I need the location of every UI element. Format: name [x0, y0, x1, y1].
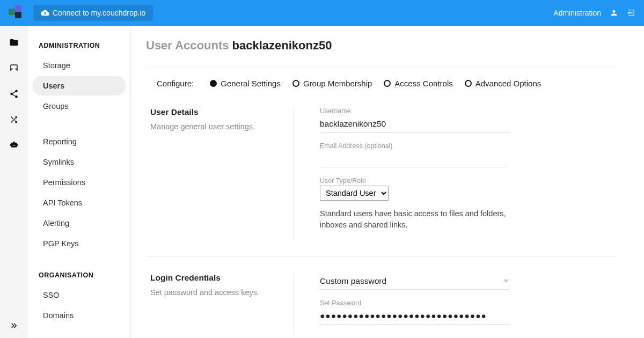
robot-icon[interactable] — [9, 141, 19, 150]
tab-group-membership[interactable]: Group Membership — [292, 79, 372, 88]
app-logo — [9, 5, 24, 20]
configure-label: Configure: — [157, 79, 194, 88]
inbox-icon[interactable] — [9, 63, 19, 73]
radio-empty-icon — [465, 80, 472, 87]
main-content: User Accounts backlazenikonz50 Configure… — [131, 26, 644, 338]
sidebar-item-groups[interactable]: Groups — [32, 97, 126, 116]
sidebar-item-alerting[interactable]: Alerting — [32, 214, 126, 233]
sidebar-item-users[interactable]: Users — [32, 76, 126, 95]
set-password-label: Set Password — [320, 299, 509, 307]
sidebar-item-reporting[interactable]: Reporting — [32, 132, 126, 151]
username-input[interactable] — [320, 116, 509, 133]
role-help-text: Standard users have basic access to file… — [320, 208, 509, 231]
role-label: User Type/Role — [320, 177, 509, 185]
tab-label: Advanced Options — [475, 79, 541, 88]
expand-icon[interactable] — [9, 321, 19, 330]
divider — [146, 256, 616, 257]
page-title-prefix: User Accounts — [146, 39, 232, 52]
email-input[interactable] — [320, 151, 509, 167]
page-title-username: backlazenikonz50 — [232, 39, 332, 52]
section-title: User Details — [150, 107, 283, 117]
topbar-right: Administration — [553, 9, 635, 17]
sidebar-item-symlinks[interactable]: Symlinks — [32, 152, 126, 172]
cloud-upload-icon — [41, 9, 49, 17]
role-select[interactable]: Standard User — [320, 186, 389, 201]
user-icon[interactable] — [610, 9, 618, 17]
admin-link[interactable]: Administration — [553, 9, 601, 17]
connect-label: Connect to my.couchdrop.io — [53, 9, 145, 17]
icon-rail — [0, 26, 28, 338]
connect-button[interactable]: Connect to my.couchdrop.io — [33, 5, 153, 21]
sidebar-item-pgp-keys[interactable]: PGP Keys — [32, 234, 126, 253]
tab-access-controls[interactable]: Access Controls — [384, 79, 452, 88]
radio-empty-icon — [384, 80, 391, 87]
sidebar-item-storage[interactable]: Storage — [32, 56, 126, 75]
section-login-credentials: Login Credentials Set password and acces… — [146, 273, 616, 334]
sidebar-heading-admin: ADMINISTRATION — [28, 39, 130, 55]
tab-label: General Settings — [221, 79, 281, 88]
email-label: Email Address (optional) — [320, 142, 509, 150]
chevron-down-icon — [503, 280, 509, 283]
section-user-details: User Details Manage general user setting… — [146, 107, 616, 240]
shuffle-icon[interactable] — [9, 115, 19, 124]
vertical-divider — [294, 107, 294, 240]
tab-label: Access Controls — [394, 79, 452, 88]
username-label: Username — [320, 107, 509, 115]
config-tabs: Configure: General Settings Group Member… — [146, 79, 616, 88]
share-icon[interactable] — [9, 89, 19, 99]
sidebar: ADMINISTRATION Storage Users Groups Repo… — [28, 26, 131, 338]
section-desc: Manage general user settings. — [150, 122, 283, 131]
page-title: User Accounts backlazenikonz50 — [146, 39, 616, 53]
topbar: Connect to my.couchdrop.io Administratio… — [0, 0, 644, 26]
password-mode-dropdown[interactable]: Custom password — [320, 273, 509, 290]
sidebar-item-api-tokens[interactable]: API Tokens — [32, 193, 126, 212]
divider — [146, 68, 616, 68]
password-input[interactable] — [320, 308, 509, 325]
section-desc: Set password and access keys. — [150, 288, 283, 297]
logout-icon[interactable] — [627, 9, 635, 17]
tab-label: Group Membership — [303, 79, 372, 88]
sidebar-heading-org: ORGANISATION — [28, 268, 130, 284]
radio-empty-icon — [292, 80, 299, 87]
tab-advanced-options[interactable]: Advanced Options — [465, 79, 541, 88]
sidebar-item-domains[interactable]: Domains — [32, 306, 126, 325]
password-mode-label: Custom password — [320, 276, 386, 286]
sidebar-item-permissions[interactable]: Permissions — [32, 173, 126, 192]
vertical-divider — [294, 273, 294, 334]
radio-filled-icon — [210, 80, 217, 87]
sidebar-item-sso[interactable]: SSO — [32, 285, 126, 305]
tab-general-settings[interactable]: General Settings — [210, 79, 281, 88]
folder-icon[interactable] — [9, 38, 19, 47]
section-title: Login Credentials — [150, 273, 283, 283]
